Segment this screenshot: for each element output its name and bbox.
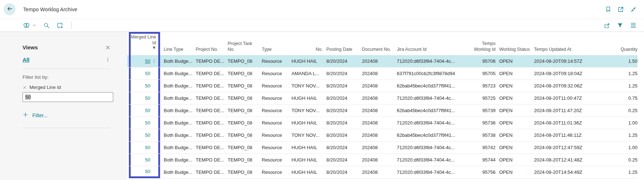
cell-merged_line_id[interactable]: 50	[129, 105, 160, 116]
cell-type[interactable]: Resource	[262, 120, 288, 126]
column-header-project_no[interactable]: Project No.	[196, 32, 224, 55]
cell-no[interactable]: HUGH HAIL	[292, 95, 323, 101]
remove-filter-icon[interactable]	[23, 85, 27, 90]
cell-type[interactable]: Resource	[262, 58, 288, 64]
cell-tempo_updated_at[interactable]: 2024-08-20T12:41:48Z	[534, 157, 607, 163]
share-button[interactable]	[603, 22, 610, 29]
cell-posting_date[interactable]: 8/20/2024	[326, 157, 358, 163]
cell-document_no[interactable]: 202408	[362, 95, 393, 101]
cell-posting_date[interactable]: 8/20/2024	[326, 108, 358, 113]
cell-project_no[interactable]: TEMPO DE...	[196, 71, 224, 76]
cell-type[interactable]: Resource	[262, 83, 288, 89]
cell-quantity[interactable]: 1.25	[610, 71, 637, 76]
merged-line-id-link[interactable]: 50	[145, 157, 150, 163]
cell-tempo_worklog_id[interactable]: 95706	[469, 58, 496, 64]
table-row[interactable]: 50Both Budge...TEMPO DE...TEMPO_08Resour…	[127, 154, 637, 166]
table-row[interactable]: 50Both Budge...TEMPO DE...TEMPO_08Resour…	[127, 117, 637, 129]
cell-tempo_updated_at[interactable]: 2024-08-20T12:47:59Z	[534, 145, 607, 150]
cell-project_task_no[interactable]: TEMPO_08	[228, 71, 258, 76]
column-header-quantity[interactable]: Quantity	[610, 32, 637, 55]
cell-project_no[interactable]: TEMPO DE...	[196, 120, 224, 126]
column-header-type[interactable]: Type	[262, 32, 288, 55]
cell-project_task_no[interactable]: TEMPO_08	[228, 157, 258, 163]
cell-jira_account_id[interactable]: 712020:d6f33f84-7404-4c...	[397, 95, 466, 101]
cell-line_type[interactable]: Both Budge...	[164, 71, 192, 76]
cell-jira_account_id[interactable]: 712020:d6f33f84-7404-4c...	[397, 169, 466, 175]
cell-document_no[interactable]: 202408	[362, 132, 393, 138]
cell-no[interactable]: HUGH HAIL	[292, 120, 323, 126]
column-header-project_task_no[interactable]: Project Task No.	[228, 32, 258, 55]
table-row[interactable]: 50Both Budge...TEMPO DE...TEMPO_08Resour…	[127, 166, 637, 179]
table-row[interactable]: 50Both Budge...TEMPO DE...TEMPO_08Resour…	[127, 105, 637, 117]
cell-jira_account_id[interactable]: 62bab45bec4c0d377f9f41...	[397, 83, 466, 89]
cell-jira_account_id[interactable]: 712020:d6f33f84-7404-4c...	[397, 145, 466, 150]
cell-tempo_updated_at[interactable]: 2024-08-20T11:01:36Z	[534, 120, 607, 126]
cell-quantity[interactable]: 0.75	[610, 95, 637, 101]
merged-line-id-link[interactable]: 50	[145, 120, 150, 126]
merged-line-id-link[interactable]: 50	[145, 83, 150, 89]
cell-posting_date[interactable]: 8/20/2024	[326, 169, 358, 175]
cell-posting_date[interactable]: 8/20/2024	[326, 95, 358, 101]
cell-line_type[interactable]: Both Budge...	[164, 58, 192, 64]
merged-line-id-link[interactable]: 50	[145, 132, 150, 138]
cell-tempo_updated_at[interactable]: 2024-08-20T09:14:57Z	[534, 58, 607, 64]
cell-no[interactable]: TONY NOV...	[292, 83, 323, 89]
cell-tempo_worklog_id[interactable]: 95739	[469, 108, 496, 113]
cell-type[interactable]: Resource	[262, 157, 288, 163]
cell-type[interactable]: Resource	[262, 71, 288, 76]
cell-line_type[interactable]: Both Budge...	[164, 83, 192, 89]
cell-quantity[interactable]: 1.00	[610, 145, 637, 150]
view-item-all[interactable]: All	[23, 57, 29, 63]
cell-merged_line_id[interactable]: 50	[129, 80, 160, 92]
cell-posting_date[interactable]: 8/20/2024	[326, 71, 358, 76]
cell-worklog_status[interactable]: OPEN	[499, 120, 530, 126]
analyze-button[interactable]	[57, 22, 63, 29]
cell-tempo_worklog_id[interactable]: 95756	[469, 169, 496, 175]
cell-jira_account_id[interactable]: 712020:d6f33f84-7404-4c...	[397, 58, 466, 64]
open-in-new-window-icon[interactable]	[617, 6, 624, 13]
cell-jira_account_id[interactable]: 712020:d6f33f84-7404-4c...	[397, 157, 466, 163]
column-header-line_type[interactable]: Line Type	[164, 32, 192, 55]
cell-merged_line_id[interactable]: 50	[129, 68, 160, 79]
cell-no[interactable]: AMANDA L...	[292, 71, 323, 76]
cell-project_no[interactable]: TEMPO DE...	[196, 132, 224, 138]
cell-project_task_no[interactable]: TEMPO_08	[228, 95, 258, 101]
cell-no[interactable]: HUGH HAIL	[292, 145, 323, 150]
cell-tempo_worklog_id[interactable]: 95705	[469, 71, 496, 76]
cell-tempo_worklog_id[interactable]: 95738	[469, 132, 496, 138]
cell-project_task_no[interactable]: TEMPO_08	[228, 58, 258, 64]
back-button[interactable]	[4, 3, 16, 15]
merged-line-id-link[interactable]: 50	[145, 95, 150, 101]
cell-tempo_updated_at[interactable]: 2024-08-20T11:00:47Z	[534, 95, 607, 101]
cell-type[interactable]: Resource	[262, 95, 288, 101]
cell-no[interactable]: TONY NOV...	[292, 132, 323, 138]
cell-project_no[interactable]: TEMPO DE...	[196, 58, 224, 64]
cell-project_task_no[interactable]: TEMPO_08	[228, 169, 258, 175]
table-row[interactable]: 50Both Budge...TEMPO DE...TEMPO_08Resour…	[127, 55, 637, 68]
column-header-jira_account_id[interactable]: Jira Account Id	[397, 32, 466, 55]
cell-worklog_status[interactable]: OPEN	[499, 145, 530, 150]
cell-quantity[interactable]: 1.00	[610, 120, 637, 126]
cell-posting_date[interactable]: 8/20/2024	[326, 132, 358, 138]
cell-posting_date[interactable]: 8/20/2024	[326, 58, 358, 64]
cell-document_no[interactable]: 202408	[362, 145, 393, 150]
cell-merged_line_id[interactable]: 50	[129, 117, 160, 129]
cell-line_type[interactable]: Both Budge...	[164, 95, 192, 101]
cell-line_type[interactable]: Both Budge...	[164, 157, 192, 163]
cell-document_no[interactable]: 202408	[362, 157, 393, 163]
cell-tempo_updated_at[interactable]: 2024-08-20T11:46:11Z	[534, 132, 607, 138]
column-header-posting_date[interactable]: Posting Date	[326, 32, 358, 55]
cell-type[interactable]: Resource	[262, 132, 288, 138]
cell-worklog_status[interactable]: OPEN	[499, 157, 530, 163]
cell-project_no[interactable]: TEMPO DE...	[196, 169, 224, 175]
bookmark-icon[interactable]	[605, 6, 611, 12]
cell-merged_line_id[interactable]: 50	[129, 166, 160, 178]
cell-document_no[interactable]: 202408	[362, 108, 393, 113]
cell-tempo_worklog_id[interactable]: 95744	[469, 157, 496, 163]
cell-project_task_no[interactable]: TEMPO_08	[228, 108, 258, 113]
cell-worklog_status[interactable]: OPEN	[499, 95, 530, 101]
table-row[interactable]: 50Both Budge...TEMPO DE...TEMPO_08Resour…	[127, 80, 637, 92]
table-row[interactable]: 50Both Budge...TEMPO DE...TEMPO_08Resour…	[127, 92, 637, 105]
cell-tempo_updated_at[interactable]: 2024-08-20T14:54:49Z	[534, 169, 607, 175]
cell-merged_line_id[interactable]: 50	[129, 142, 160, 154]
